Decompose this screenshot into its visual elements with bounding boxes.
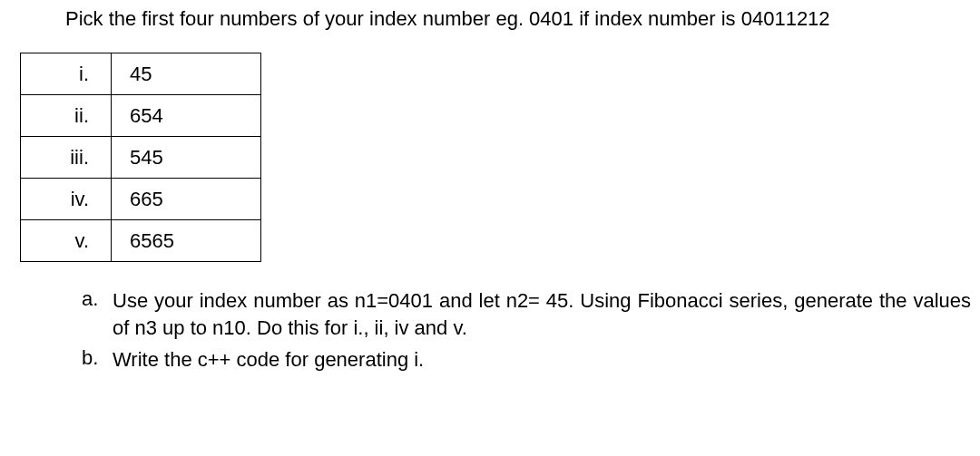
list-marker: a. — [82, 287, 113, 341]
row-value: 665 — [112, 179, 261, 220]
row-value: 45 — [112, 53, 261, 95]
row-label: iv. — [21, 179, 112, 220]
list-item: b. Write the c++ code for generating i. — [82, 346, 971, 374]
question-text: Use your index number as n1=0401 and let… — [113, 287, 971, 341]
values-table: i. 45 ii. 654 iii. 545 iv. 665 v. 6565 — [20, 53, 261, 262]
table-row: iv. 665 — [21, 179, 261, 220]
row-value: 654 — [112, 95, 261, 137]
table-row: i. 45 — [21, 53, 261, 95]
row-value: 545 — [112, 137, 261, 179]
row-value: 6565 — [112, 220, 261, 262]
row-label: ii. — [21, 95, 112, 137]
list-item: a. Use your index number as n1=0401 and … — [82, 287, 971, 341]
values-table-container: i. 45 ii. 654 iii. 545 iv. 665 v. 6565 — [20, 53, 980, 262]
row-label: v. — [21, 220, 112, 262]
instruction-text: Pick the first four numbers of your inde… — [65, 7, 980, 31]
table-row: v. 6565 — [21, 220, 261, 262]
question-text: Write the c++ code for generating i. — [113, 346, 971, 374]
table-row: ii. 654 — [21, 95, 261, 137]
list-marker: b. — [82, 346, 113, 374]
row-label: iii. — [21, 137, 112, 179]
table-row: iii. 545 — [21, 137, 261, 179]
row-label: i. — [21, 53, 112, 95]
questions-list: a. Use your index number as n1=0401 and … — [82, 287, 971, 374]
